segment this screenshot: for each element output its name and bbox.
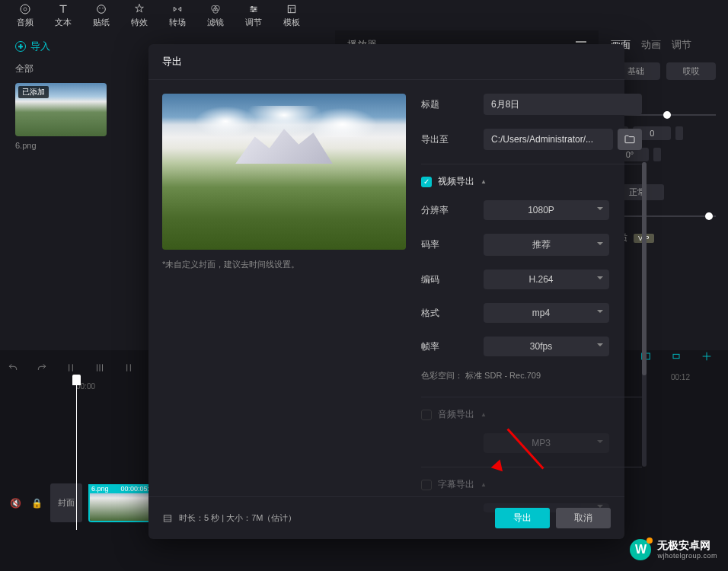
cover-button[interactable]: 封面 bbox=[50, 483, 82, 522]
title-label: 标题 bbox=[421, 98, 484, 111]
svg-point-1 bbox=[24, 8, 27, 11]
export-to-label: 导出至 bbox=[421, 133, 484, 146]
fps-select[interactable]: 30fps bbox=[484, 337, 609, 356]
svg-rect-11 bbox=[288, 5, 295, 12]
svg-point-9 bbox=[254, 8, 257, 10]
fps-label: 帧率 bbox=[421, 340, 484, 353]
tab-animation[interactable]: 动画 bbox=[641, 38, 661, 52]
svg-point-8 bbox=[251, 6, 254, 8]
watermark-en: wjhotelgroup.com bbox=[657, 552, 717, 560]
redo-icon[interactable] bbox=[37, 362, 47, 373]
watermark-logo-icon: W bbox=[630, 539, 651, 560]
toolbar-effect[interactable]: 特效 bbox=[120, 0, 158, 30]
toolbar-text[interactable]: 文本 bbox=[44, 0, 82, 30]
bg-button[interactable]: 哎哎 bbox=[666, 62, 716, 80]
codec-select[interactable]: H.264 bbox=[484, 270, 609, 289]
toolbar-filter[interactable]: 滤镜 bbox=[196, 0, 235, 30]
time-mark-12: 00:12 bbox=[671, 373, 690, 381]
svg-point-10 bbox=[252, 10, 254, 12]
chevron-up-icon[interactable]: ▲ bbox=[481, 481, 487, 488]
plus-icon bbox=[15, 41, 26, 52]
undo-icon[interactable] bbox=[8, 362, 18, 373]
timeline-tool2-icon[interactable] bbox=[670, 350, 682, 365]
subtitle-section-title: 字幕导出 bbox=[438, 478, 474, 491]
svg-rect-13 bbox=[673, 354, 679, 358]
video-section-title: 视频导出 bbox=[438, 175, 474, 188]
footer-info-text: 时长：5 秒 | 大小：7M（估计） bbox=[179, 512, 296, 524]
toolbar-adjust[interactable]: 调节 bbox=[235, 0, 273, 30]
browse-folder-button[interactable] bbox=[618, 129, 642, 150]
svg-point-3 bbox=[99, 8, 100, 8]
export-path-input[interactable] bbox=[484, 129, 613, 150]
dialog-title: 导出 bbox=[148, 44, 624, 80]
mute-icon[interactable]: 🔇 bbox=[8, 498, 23, 509]
x-spinner[interactable] bbox=[675, 126, 683, 140]
split-icon[interactable] bbox=[65, 362, 76, 373]
dialog-scrollbar[interactable] bbox=[642, 162, 647, 467]
bitrate-label: 码率 bbox=[421, 238, 484, 251]
export-dialog: 导出 *未自定义封面，建议去时间线设置。 标题 导出至 bbox=[148, 44, 624, 539]
annotation-arrow bbox=[503, 432, 548, 478]
split3-icon[interactable] bbox=[123, 362, 134, 373]
title-input[interactable] bbox=[484, 94, 642, 115]
media-thumbnail[interactable]: 已添加 bbox=[15, 83, 107, 136]
top-toolbar: 音频 文本 贴纸 特效 转场 滤镜 调节 模板 bbox=[0, 0, 728, 30]
svg-rect-14 bbox=[164, 515, 171, 521]
import-button[interactable]: 导入 bbox=[15, 40, 50, 53]
toolbar-transition[interactable]: 转场 bbox=[158, 0, 196, 30]
rotation-spinner[interactable] bbox=[653, 148, 661, 161]
svg-point-2 bbox=[97, 5, 106, 13]
bitrate-select[interactable]: 推荐 bbox=[484, 234, 609, 256]
colorspace-info: 色彩空间： 标准 SDR - Rec.709 bbox=[421, 370, 642, 381]
film-icon bbox=[162, 513, 173, 524]
resolution-select[interactable]: 1080P bbox=[484, 200, 609, 220]
format-label: 格式 bbox=[421, 307, 484, 320]
split2-icon[interactable] bbox=[94, 362, 105, 373]
tab-adjust[interactable]: 调节 bbox=[672, 38, 691, 52]
audio-section-title: 音频导出 bbox=[438, 408, 474, 421]
toolbar-audio[interactable]: 音频 bbox=[6, 0, 44, 30]
format-select[interactable]: mp4 bbox=[484, 303, 609, 323]
lock-icon[interactable]: 🔒 bbox=[29, 498, 44, 509]
toolbar-sticker[interactable]: 贴纸 bbox=[82, 0, 120, 30]
resolution-label: 分辨率 bbox=[421, 204, 484, 217]
chevron-up-icon[interactable]: ▲ bbox=[481, 178, 487, 185]
preview-hint: *未自定义封面，建议去时间线设置。 bbox=[162, 259, 406, 270]
playhead[interactable] bbox=[76, 378, 77, 530]
svg-point-4 bbox=[102, 8, 103, 8]
toolbar-template[interactable]: 模板 bbox=[273, 0, 311, 30]
cancel-button[interactable]: 取消 bbox=[556, 508, 611, 528]
video-export-checkbox[interactable] bbox=[421, 177, 432, 187]
watermark-cn: 无极安卓网 bbox=[657, 539, 717, 552]
export-preview bbox=[162, 94, 406, 250]
svg-point-0 bbox=[21, 5, 30, 14]
audio-export-checkbox[interactable] bbox=[421, 410, 432, 420]
codec-label: 编码 bbox=[421, 273, 484, 286]
watermark: W 无极安卓网 wjhotelgroup.com bbox=[630, 539, 717, 560]
export-button[interactable]: 导出 bbox=[495, 508, 550, 528]
subtitle-export-checkbox[interactable] bbox=[421, 480, 432, 490]
added-badge: 已添加 bbox=[18, 86, 49, 98]
folder-icon bbox=[624, 133, 636, 145]
chevron-up-icon[interactable]: ▲ bbox=[481, 411, 487, 418]
timeline-tool3-icon[interactable] bbox=[701, 350, 713, 365]
